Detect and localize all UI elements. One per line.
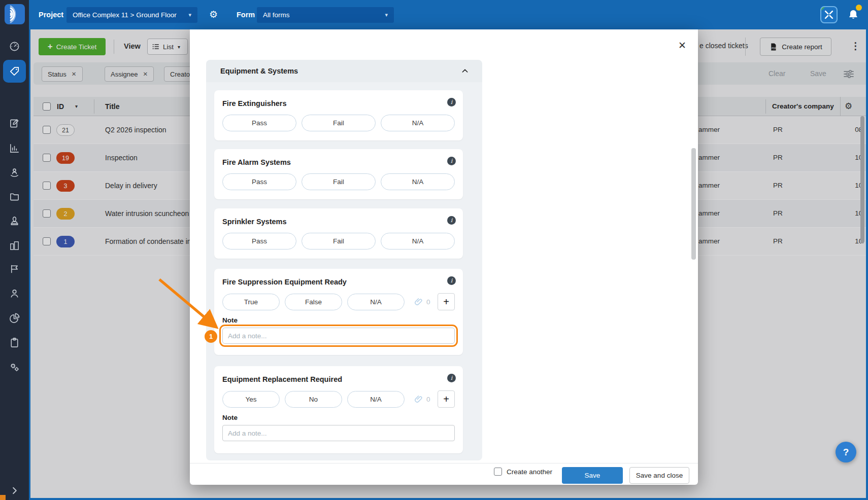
- form-dropdown-value: All forms: [263, 11, 290, 19]
- option-false-button[interactable]: False: [285, 294, 342, 310]
- option-fail-button[interactable]: Fail: [302, 173, 376, 190]
- option-na-button[interactable]: N/A: [381, 115, 455, 131]
- add-attachment-button[interactable]: +: [438, 293, 455, 310]
- field-title: Fire Extinguishers: [222, 99, 287, 108]
- paperclip-icon: [414, 297, 424, 307]
- form-modal: ✕ Equipment & Systems Fire Extinguishers…: [190, 29, 698, 485]
- option-na-button[interactable]: N/A: [347, 294, 405, 310]
- close-icon[interactable]: ✕: [676, 39, 689, 52]
- option-na-button[interactable]: N/A: [381, 233, 455, 249]
- project-settings-gear-icon[interactable]: ⚙: [209, 0, 218, 29]
- option-no-button[interactable]: No: [285, 391, 342, 408]
- chevron-down-icon: ▾: [188, 12, 191, 18]
- frame-bottom: [29, 498, 868, 500]
- note-input-highlighted[interactable]: [222, 328, 455, 344]
- field-card-fire-extinguishers: Fire Extinguishers i Pass Fail N/A: [214, 90, 463, 140]
- form-dropdown[interactable]: All forms ▾: [257, 7, 394, 23]
- save-button[interactable]: Save: [562, 467, 623, 484]
- info-icon[interactable]: i: [447, 216, 456, 225]
- corner-accent: [0, 495, 6, 500]
- project-dropdown-value: Office Complex 11 > Ground Floor: [73, 11, 177, 19]
- app-root: Project Office Complex 11 > Ground Floor…: [0, 0, 868, 500]
- sidebar-item-flags-icon[interactable]: [9, 263, 20, 275]
- add-attachment-button[interactable]: +: [438, 390, 455, 408]
- annotation-step-badge: 1: [205, 330, 217, 343]
- option-pass-button[interactable]: Pass: [222, 115, 296, 131]
- sidebar-item-companies-icon[interactable]: [9, 240, 20, 252]
- form-label: Form: [237, 0, 255, 29]
- field-card-fire-suppression-equipment-ready: Fire Suppression Equipment Ready i True …: [214, 269, 463, 355]
- attachment-count: 0: [426, 298, 430, 306]
- info-icon[interactable]: i: [447, 374, 456, 382]
- frame-right: [866, 29, 868, 500]
- apps-launcher-button[interactable]: [820, 6, 838, 23]
- sidebar-item-analytics-icon[interactable]: [9, 312, 20, 324]
- option-fail-button[interactable]: Fail: [302, 233, 376, 249]
- sidebar-item-people-icon[interactable]: [9, 288, 20, 299]
- logo-tile: [0, 0, 29, 29]
- sidebar-item-site-positions-icon[interactable]: [9, 166, 20, 178]
- attachment-count: 0: [426, 396, 430, 403]
- sidebar-item-forms-icon[interactable]: [9, 118, 20, 129]
- app-logo[interactable]: [5, 4, 25, 24]
- option-fail-button[interactable]: Fail: [302, 115, 376, 131]
- notification-dot: [856, 5, 862, 11]
- sidebar-item-tasks-icon[interactable]: [9, 337, 20, 348]
- info-icon[interactable]: i: [447, 276, 456, 285]
- option-pass-button[interactable]: Pass: [222, 173, 296, 190]
- sidebar-item-settings-icon[interactable]: [9, 362, 20, 373]
- sidebar-item-charts-icon[interactable]: [9, 142, 20, 154]
- paperclip-icon: [414, 394, 424, 404]
- create-another-checkbox[interactable]: [494, 468, 502, 476]
- section-header-equipment-systems[interactable]: Equipment & Systems: [206, 60, 482, 82]
- modal-scrollbar[interactable]: [691, 148, 696, 260]
- field-title: Sprinkler Systems: [222, 218, 287, 226]
- field-title: Fire Suppression Equipment Ready: [222, 278, 347, 286]
- help-button[interactable]: ?: [836, 442, 856, 462]
- field-card-fire-alarm-systems: Fire Alarm Systems i Pass Fail N/A: [214, 149, 463, 199]
- annotation-arrow: [142, 268, 231, 341]
- note-input[interactable]: [222, 425, 455, 441]
- save-and-close-button[interactable]: Save and close: [629, 467, 689, 484]
- project-dropdown[interactable]: Office Complex 11 > Ground Floor ▾: [66, 7, 197, 23]
- note-label: Note: [222, 414, 455, 421]
- attachments-control[interactable]: 0: [414, 394, 430, 404]
- sidebar: [0, 29, 29, 500]
- frame-left: [29, 29, 30, 500]
- option-pass-button[interactable]: Pass: [222, 233, 296, 249]
- footer-divider: [190, 463, 698, 463]
- sidebar-item-tickets-icon[interactable]: [9, 65, 20, 77]
- field-title: Fire Alarm Systems: [222, 158, 291, 166]
- option-na-button[interactable]: N/A: [347, 391, 405, 408]
- info-icon[interactable]: i: [447, 157, 456, 165]
- topbar: Project Office Complex 11 > Ground Floor…: [0, 0, 868, 29]
- info-icon[interactable]: i: [447, 98, 456, 106]
- chevron-down-icon: ▾: [385, 12, 388, 18]
- field-card-equipment-replacement-required: Equipment Replacement Required i Yes No …: [214, 366, 463, 453]
- sidebar-expand-chevron-icon[interactable]: [9, 485, 20, 496]
- project-label: Project: [39, 0, 63, 29]
- option-na-button[interactable]: N/A: [381, 173, 455, 190]
- option-yes-button[interactable]: Yes: [222, 391, 280, 408]
- sidebar-item-stamps-icon[interactable]: [9, 215, 20, 227]
- attachments-control[interactable]: 0: [414, 297, 430, 307]
- sidebar-item-folders-icon[interactable]: [9, 191, 20, 202]
- section-body: Fire Extinguishers i Pass Fail N/A Fire …: [206, 82, 482, 460]
- field-title: Equipment Replacement Required: [222, 375, 342, 383]
- sidebar-item-dashboard-icon[interactable]: [9, 41, 20, 52]
- apps-accent: [821, 7, 825, 11]
- section-title: Equipment & Systems: [220, 67, 298, 75]
- create-another-label: Create another: [507, 468, 552, 476]
- note-label: Note: [222, 316, 455, 324]
- chevron-up-icon[interactable]: [461, 67, 469, 75]
- field-card-sprinkler-systems: Sprinkler Systems i Pass Fail N/A: [214, 208, 463, 259]
